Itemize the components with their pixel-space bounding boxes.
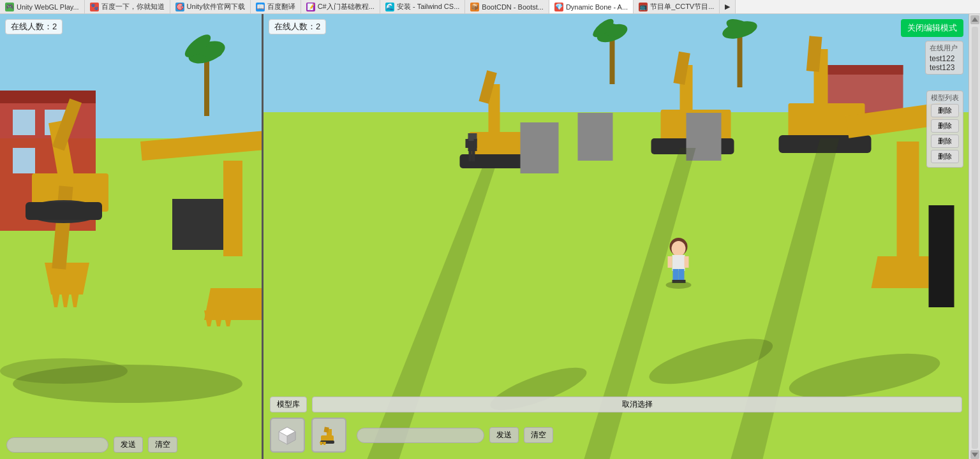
main-send-button[interactable]: 发送	[489, 427, 519, 443]
svg-rect-77	[929, 205, 954, 307]
svg-rect-42	[661, 110, 731, 148]
svg-rect-55	[474, 139, 477, 148]
svg-rect-40	[479, 70, 496, 103]
tab-unity-webgl[interactable]: 🎮 Unity WebGL Play...	[0, 0, 85, 14]
delete-button-4[interactable]: 删除	[931, 150, 959, 163]
svg-rect-39	[489, 84, 500, 135]
svg-marker-76	[872, 256, 929, 288]
tab-more[interactable]: ▶	[720, 0, 736, 14]
svg-point-8	[181, 31, 214, 61]
svg-point-7	[189, 38, 225, 61]
tab-baidu-trans[interactable]: 📖 百度翻译	[251, 0, 301, 14]
tab-icon-dynamic-bone: 💎	[554, 3, 563, 11]
right-scrollbar[interactable]	[969, 14, 980, 459]
tab-dynamic-bone[interactable]: 💎 Dynamic Bone - A...	[549, 0, 634, 14]
cancel-select-button[interactable]: 取消选择	[312, 397, 962, 412]
svg-rect-46	[578, 113, 613, 161]
left-game-panel: 在线人数：2 发送 清空	[0, 14, 262, 459]
svg-point-6	[186, 37, 228, 68]
svg-point-67	[666, 281, 692, 289]
left-chat-input[interactable]	[6, 437, 108, 453]
online-users-title: 在线用户	[930, 43, 959, 53]
svg-point-30	[598, 20, 627, 40]
main-clear-button[interactable]: 清空	[524, 427, 553, 443]
svg-rect-4	[13, 148, 35, 173]
svg-marker-88	[972, 453, 978, 457]
model-icon-excavator[interactable]	[311, 418, 346, 453]
more-tabs-icon: ▶	[725, 3, 730, 11]
svg-rect-19	[172, 199, 236, 250]
svg-rect-38	[460, 154, 530, 168]
tab-icon-tailwind: 🌊	[385, 3, 394, 11]
scrollbar-down-arrow[interactable]	[970, 450, 979, 459]
model-library-controls: 模型库 取消选择	[270, 397, 962, 412]
svg-point-59	[672, 241, 686, 256]
tab-icon-bootcdn: 📦	[470, 3, 479, 11]
svg-rect-75	[897, 142, 919, 269]
svg-rect-32	[738, 30, 743, 87]
svg-point-31	[590, 16, 616, 40]
svg-rect-47	[687, 113, 722, 161]
tab-csharp[interactable]: 📝 C#入门基础教程...	[301, 0, 380, 14]
model-icon-cube[interactable]	[270, 418, 305, 453]
svg-rect-22	[140, 131, 262, 161]
tab-icon-unity-soft: 🎯	[175, 3, 184, 11]
svg-marker-15	[45, 263, 89, 295]
tab-unity-soft[interactable]: 🎯 Unity软件官网下载	[170, 0, 251, 14]
tab-icon-unity-webgl: 🎮	[5, 3, 14, 11]
svg-rect-23	[223, 161, 242, 256]
browser-tabs-bar: 🎮 Unity WebGL Play... 🐾 百度一下，你就知道 🎯 Unit…	[0, 0, 980, 14]
svg-rect-41	[521, 122, 559, 173]
svg-rect-35	[827, 65, 903, 129]
model-list-panel: 模型列表 删除 删除 删除 删除	[926, 91, 963, 168]
svg-point-20	[13, 365, 242, 403]
svg-point-58	[670, 238, 688, 256]
model-library-button[interactable]: 模型库	[270, 397, 307, 412]
svg-rect-45	[673, 52, 690, 85]
svg-rect-5	[204, 52, 209, 116]
tab-icon-csharp: 📝	[306, 3, 315, 11]
svg-rect-3	[45, 110, 67, 135]
svg-rect-53	[468, 133, 477, 141]
svg-rect-43	[651, 138, 734, 154]
tab-baidu1[interactable]: 🐾 百度一下，你就知道	[85, 0, 170, 14]
svg-marker-12	[51, 288, 61, 307]
main-game-view: 在线人数：2 关闭编辑模式 在线用户 test122 test123 模型列表 …	[264, 14, 969, 459]
svg-point-29	[595, 20, 630, 46]
svg-rect-18	[26, 202, 102, 220]
svg-rect-44	[680, 65, 693, 116]
main-chat-input[interactable]	[357, 428, 484, 443]
scrollbar-up-arrow[interactable]	[970, 15, 979, 24]
close-edit-mode-button[interactable]: 关闭编辑模式	[901, 19, 963, 37]
svg-rect-84	[324, 427, 329, 433]
svg-point-69	[645, 330, 776, 393]
left-online-count: 在线人数：2	[5, 19, 63, 34]
tab-cctv[interactable]: 📺 节目单_CCTV节目...	[634, 0, 720, 14]
svg-rect-52	[468, 138, 477, 151]
tab-bootcdn[interactable]: 📦 BootCDN - Bootst...	[465, 0, 549, 14]
svg-rect-28	[610, 33, 615, 84]
delete-button-2[interactable]: 删除	[931, 119, 959, 133]
svg-rect-50	[814, 49, 828, 106]
scrollbar-track	[972, 27, 978, 449]
left-send-button[interactable]: 发送	[114, 437, 143, 453]
svg-rect-61	[673, 269, 679, 280]
online-user-1: test122	[930, 54, 959, 63]
svg-marker-26	[214, 310, 223, 326]
svg-marker-25	[204, 310, 214, 326]
main-online-count: 在线人数：2	[269, 19, 326, 34]
svg-rect-11	[52, 99, 82, 151]
tab-tailwind[interactable]: 🌊 安装 - Tailwind CS...	[380, 0, 465, 14]
svg-marker-14	[70, 288, 80, 307]
model-library-bar: 模型库 取消选择	[270, 397, 962, 453]
delete-button-1[interactable]: 删除	[931, 104, 959, 117]
online-user-2: test123	[930, 63, 959, 72]
svg-rect-36	[827, 65, 903, 75]
delete-button-3[interactable]: 删除	[931, 135, 959, 148]
tab-icon-baidu-trans: 📖	[256, 3, 265, 11]
svg-rect-2	[13, 110, 35, 135]
left-clear-button[interactable]: 清空	[148, 437, 177, 453]
tab-icon-cctv: 📺	[639, 3, 648, 11]
main-chat-controls: 发送 清空	[357, 427, 553, 443]
svg-rect-0	[0, 91, 96, 231]
